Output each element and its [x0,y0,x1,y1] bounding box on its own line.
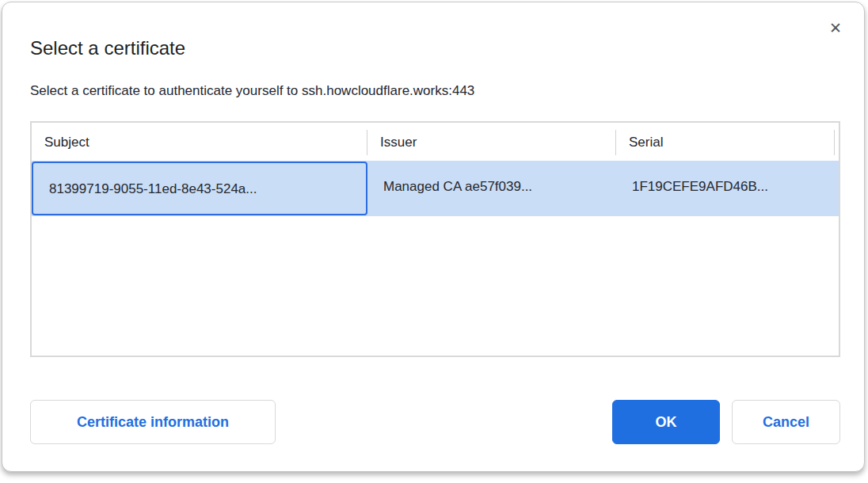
close-button[interactable]: ✕ [824,17,847,39]
cell-serial: 1F19CEFE9AFD46B... [616,161,835,216]
table-header-row: Subject Issuer Serial [32,123,839,161]
cancel-button[interactable]: Cancel [732,400,840,444]
certificate-information-button[interactable]: Certificate information [30,400,276,444]
ok-button[interactable]: OK [612,400,720,444]
certificate-table: Subject Issuer Serial 81399719-9055-11ed… [30,121,840,357]
certificate-row-selected[interactable]: 81399719-9055-11ed-8e43-524a... Managed … [32,161,839,216]
column-header-issuer: Issuer [367,123,616,161]
cell-subject: 81399719-9055-11ed-8e43-524a... [32,162,367,215]
cell-issuer: Managed CA ae57f039... [367,161,616,216]
certificate-dialog: ✕ Select a certificate Select a certific… [2,2,865,472]
column-header-subject: Subject [32,123,367,161]
dialog-subtitle: Select a certificate to authenticate you… [30,83,474,99]
column-header-serial: Serial [616,123,835,161]
close-icon: ✕ [829,21,842,36]
page-title: Select a certificate [30,37,185,59]
